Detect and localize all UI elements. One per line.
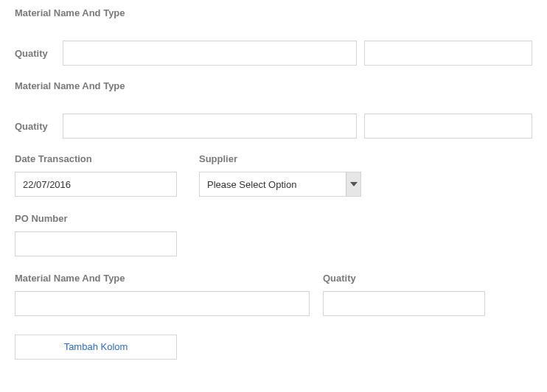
quantity-input-3[interactable] <box>323 291 485 316</box>
quantity-label-1: Quatity <box>15 48 55 59</box>
po-section: PO Number <box>15 213 532 256</box>
quantity-row-2: Quatity <box>15 113 532 139</box>
material-heading-1: Material Name And Type <box>15 7 532 18</box>
po-label: PO Number <box>15 213 532 224</box>
material-input-3[interactable] <box>15 291 310 316</box>
date-input[interactable] <box>15 172 177 197</box>
quantity-row-1: Quatity <box>15 41 532 66</box>
supplier-select[interactable]: Please Select Option <box>199 172 361 197</box>
quantity-label-2: Quatity <box>15 121 55 132</box>
quantity-input-1b[interactable] <box>364 41 532 66</box>
quantity-label-3: Quatity <box>323 273 485 284</box>
supplier-select-wrap: Please Select Option <box>199 172 361 197</box>
qty-col: Quatity <box>323 273 485 316</box>
po-input[interactable] <box>15 231 177 256</box>
quantity-input-1a[interactable] <box>63 41 357 66</box>
material-heading-2: Material Name And Type <box>15 80 532 91</box>
date-supplier-row: Date Transaction Supplier Please Select … <box>15 153 532 197</box>
material-qty-row: Material Name And Type Quatity <box>15 273 532 316</box>
material-col: Material Name And Type <box>15 273 310 316</box>
quantity-input-2b[interactable] <box>364 113 532 139</box>
supplier-group: Supplier Please Select Option <box>199 153 361 197</box>
date-group: Date Transaction <box>15 153 177 197</box>
date-label: Date Transaction <box>15 153 177 164</box>
material-label-3: Material Name And Type <box>15 273 310 284</box>
tambah-kolom-button[interactable]: Tambah Kolom <box>15 335 177 360</box>
quantity-input-2a[interactable] <box>63 113 357 139</box>
supplier-label: Supplier <box>199 153 361 164</box>
